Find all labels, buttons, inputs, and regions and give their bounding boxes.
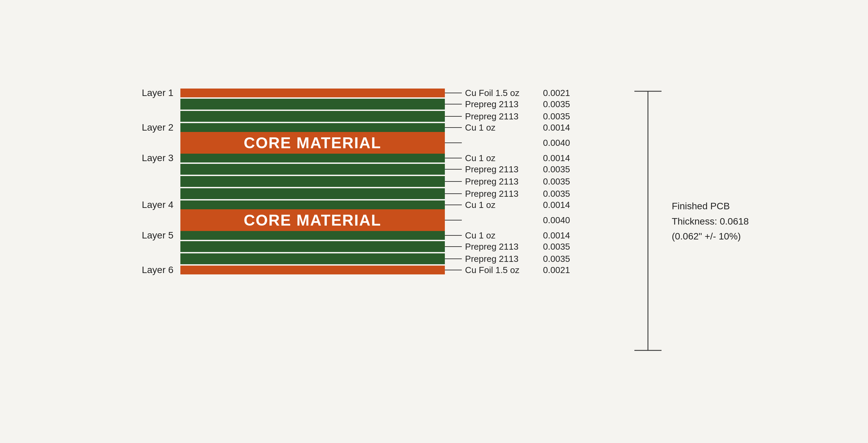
layer-3-label: Layer 3 <box>142 153 173 163</box>
bar-prepreg4 <box>180 176 445 187</box>
ann-thick-4: 0.0040 <box>543 138 570 148</box>
ann-thick-2: 0.0035 <box>543 111 570 122</box>
ann-thick-14: 0.0021 <box>543 265 570 275</box>
ann-thick-6: 0.0035 <box>543 164 570 175</box>
ann-material-9: Cu 1 oz <box>465 200 543 210</box>
core1-middle: CORE MATERIAL <box>180 132 445 154</box>
ann-material-14: Cu Foil 1.5 oz <box>465 265 543 275</box>
ann-material-12: Prepreg 2113 <box>465 242 543 252</box>
bar-prepreg3 <box>180 164 445 175</box>
ann-thick-10: 0.0040 <box>543 215 570 226</box>
core2-label: CORE MATERIAL <box>244 211 381 229</box>
ann-material-7: Prepreg 2113 <box>465 176 543 187</box>
bars-column: CORE MATERIAL CORE MATERIAL <box>180 89 445 274</box>
bar-layer5 <box>180 231 445 240</box>
ann-thick-11: 0.0014 <box>543 230 570 241</box>
ann-material-2: Prepreg 2113 <box>465 111 543 122</box>
bar-layer6 <box>180 266 445 274</box>
core2-middle: CORE MATERIAL <box>180 209 445 231</box>
bar-prepreg2 <box>180 111 445 122</box>
core1-label: CORE MATERIAL <box>244 134 381 152</box>
ann-material-8: Prepreg 2113 <box>465 189 543 199</box>
bar-prepreg7 <box>180 253 445 264</box>
layer-1-label: Layer 1 <box>142 88 173 98</box>
layer-4-label: Layer 4 <box>142 199 173 210</box>
ann-thick-5: 0.0014 <box>543 153 570 163</box>
ann-thick-0: 0.0021 <box>543 88 570 98</box>
ann-material-6: Prepreg 2113 <box>465 164 543 175</box>
ann-thick-12: 0.0035 <box>543 242 570 252</box>
ann-material-11: Cu 1 oz <box>465 230 543 241</box>
ann-thick-9: 0.0014 <box>543 200 570 210</box>
layer-2-label: Layer 2 <box>142 122 173 133</box>
dim-line3: (0.062" +/- 10%) <box>672 229 749 244</box>
ann-material-1: Prepreg 2113 <box>465 99 543 110</box>
dim-line2: Thickness: 0.0618 <box>672 214 749 229</box>
tbar-indicator <box>631 89 665 354</box>
ann-material-0: Cu Foil 1.5 oz <box>465 88 543 98</box>
bar-layer2 <box>180 123 445 132</box>
bar-prepreg1 <box>180 99 445 110</box>
ann-thick-13: 0.0035 <box>543 254 570 264</box>
bar-layer4 <box>180 200 445 209</box>
dim-line1: Finished PCB <box>672 199 749 214</box>
layer-labels-column: Layer 1 Layer 2 Layer 3 <box>119 89 180 274</box>
bar-prepreg5 <box>180 188 445 199</box>
dimension-section: Finished PCB Thickness: 0.0618 (0.062" +… <box>631 89 749 354</box>
ann-material-5: Cu 1 oz <box>465 153 543 163</box>
ann-material-13: Prepreg 2113 <box>465 254 543 264</box>
dimension-label: Finished PCB Thickness: 0.0618 (0.062" +… <box>672 89 749 354</box>
ann-thick-1: 0.0035 <box>543 99 570 110</box>
ann-thick-8: 0.0035 <box>543 189 570 199</box>
layer-5-label: Layer 5 <box>142 230 173 241</box>
ann-thick-3: 0.0014 <box>543 122 570 133</box>
stackup-diagram: Layer 1 Layer 2 Layer 3 <box>119 89 570 354</box>
bar-layer1 <box>180 89 445 97</box>
bar-layer3 <box>180 154 445 162</box>
bar-prepreg6 <box>180 241 445 252</box>
annotations-column: Cu Foil 1.5 oz 0.0021 Prepreg 2113 0.003… <box>445 89 570 274</box>
ann-material-3: Cu 1 oz <box>465 122 543 133</box>
ann-thick-7: 0.0035 <box>543 176 570 187</box>
layer-6-label: Layer 6 <box>142 265 173 275</box>
